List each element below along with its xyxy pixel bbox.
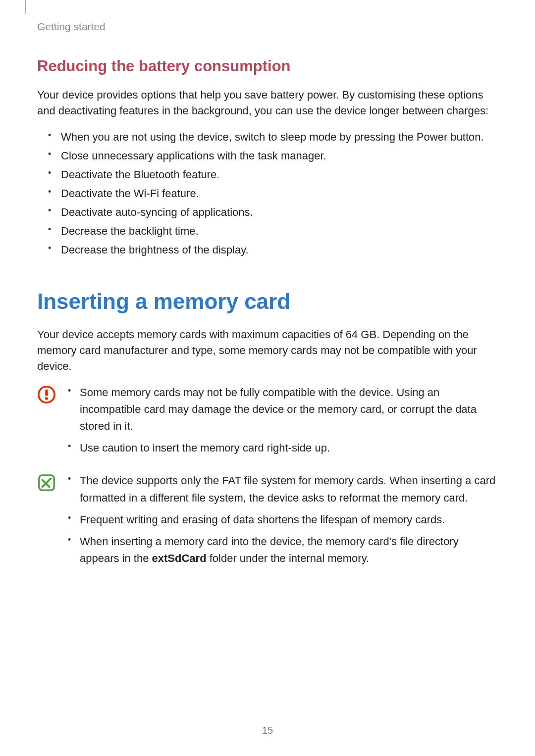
warning-icon: [37, 385, 56, 404]
svg-rect-1: [45, 390, 48, 396]
list-item: Close unnecessary applications with the …: [37, 147, 498, 165]
warning-body: Some memory cards may not be fully compa…: [68, 383, 498, 460]
battery-tips-list: When you are not using the device, switc…: [37, 128, 498, 260]
page-content: Getting started Reducing the battery con…: [0, 0, 535, 571]
list-item: Frequent writing and erasing of data sho…: [68, 510, 498, 532]
list-item: Some memory cards may not be fully compa…: [68, 383, 498, 439]
svg-point-2: [45, 397, 48, 400]
list-item: Use caution to insert the memory card ri…: [68, 439, 498, 460]
memory-intro-paragraph: Your device accepts memory cards with ma…: [37, 327, 498, 374]
list-item: Decrease the backlight time.: [37, 222, 498, 241]
list-item: Deactivate the Bluetooth feature.: [37, 165, 498, 184]
note-last-bold: extSdCard: [152, 552, 207, 564]
running-header: Getting started: [37, 21, 498, 33]
page-number: 15: [0, 725, 535, 736]
list-item: Decrease the brightness of the display.: [37, 241, 498, 259]
note-last-suffix: folder under the internal memory.: [207, 552, 370, 564]
section-heading: Inserting a memory card: [37, 289, 498, 314]
list-item: Deactivate auto-syncing of applications.: [37, 203, 498, 222]
intro-paragraph: Your device provides options that help y…: [37, 87, 498, 119]
warning-list: Some memory cards may not be fully compa…: [68, 383, 498, 460]
list-item: Deactivate the Wi-Fi feature.: [37, 184, 498, 203]
page-corner-mark: [25, 0, 26, 14]
note-icon: [37, 473, 56, 492]
note-body: The device supports only the FAT file sy…: [68, 471, 498, 570]
note-list: The device supports only the FAT file sy…: [68, 471, 498, 570]
subsection-heading: Reducing the battery consumption: [37, 57, 498, 75]
warning-callout: Some memory cards may not be fully compa…: [37, 383, 498, 460]
list-item: The device supports only the FAT file sy…: [68, 471, 498, 510]
list-item: When you are not using the device, switc…: [37, 128, 498, 147]
list-item: When inserting a memory card into the de…: [68, 532, 498, 571]
note-callout: The device supports only the FAT file sy…: [37, 471, 498, 570]
